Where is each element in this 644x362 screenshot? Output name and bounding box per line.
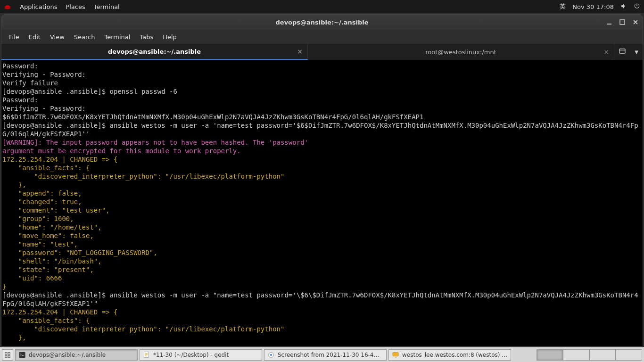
tab-label: root@westoslinux:/mnt [425,49,496,56]
terminal-line: "discovered_interpreter_python": "/usr/l… [2,325,642,333]
tab-close-icon[interactable]: × [297,48,303,55]
taskbar-entry-remote[interactable]: westos_lee.westos.com:8 (westos) … [388,349,511,361]
terminal-line: }, [2,333,642,342]
terminal-line: "move_home": false, [2,231,642,240]
terminal-line: Verify failure [2,79,642,87]
terminal-line: "name": "test", [2,240,642,248]
terminal-line: Verifying - Password: [2,70,642,79]
menu-terminal[interactable]: Terminal [99,32,135,42]
window-titlebar[interactable]: devops@ansible:~/.ansible [1,15,643,30]
close-button[interactable] [632,19,639,25]
menu-help[interactable]: Help [158,32,182,42]
terminal-line: Password: [2,62,642,70]
task-label: *11-30 (~/Desktop) - gedit [153,352,229,358]
workspace-3[interactable] [589,349,616,361]
terminal-line: [devops@ansible .ansible]$ ansible westo… [2,291,642,308]
svg-rect-7 [19,352,25,358]
terminal-line: "discovered_interpreter_python": "/usr/l… [2,172,642,181]
volume-icon[interactable] [620,3,627,11]
tab-label: devops@ansible:~/.ansible [108,48,201,55]
svg-rect-4 [8,352,10,354]
terminal-line: [devops@ansible .ansible]$ openssl passw… [2,87,642,96]
terminal-tab-1[interactable]: devops@ansible:~/.ansible × [1,44,308,60]
places-menu[interactable]: Places [66,3,85,10]
svg-rect-2 [619,49,625,53]
taskbar-entry-terminal[interactable]: devops@ansible:~/.ansible [15,349,138,361]
terminal-line: } [2,282,642,291]
terminal-line: "home": "/home/test", [2,223,642,231]
applications-menu[interactable]: Applications [20,3,57,10]
show-desktop-button[interactable] [2,349,13,361]
tab-dropdown-icon[interactable]: ▼ [635,49,638,55]
svg-rect-0 [607,24,611,25]
terminal-menu-indicator[interactable]: Terminal [94,3,120,10]
gnome-bottom-panel: devops@ansible:~/.ansible *11-30 (~/Desk… [0,347,644,362]
window-title: devops@ansible:~/.ansible [6,19,638,26]
terminal-line: argument must be encrypted for this modu… [2,147,642,155]
redhat-icon [4,3,11,10]
terminal-tab-2[interactable]: root@westoslinux:/mnt × [308,44,614,60]
svg-rect-1 [620,20,625,25]
power-icon[interactable] [634,3,640,11]
svg-rect-12 [395,357,396,357]
menu-file[interactable]: File [4,32,24,42]
image-viewer-icon [267,351,275,359]
terminal-line: "state": "present", [2,265,642,274]
terminal-line: }, [2,181,642,189]
terminal-line: "comment": "test user", [2,206,642,214]
terminal-line: "changed": true, [2,197,642,206]
terminal-line: [devops@ansible .ansible]$ ansible westo… [2,121,642,138]
terminal-line: "ansible_facts": { [2,316,642,325]
gnome-top-panel: Applications Places Terminal 英 Nov 30 17… [0,0,644,13]
svg-rect-6 [8,355,10,357]
remote-desktop-icon [392,351,399,359]
workspace-pager[interactable] [537,349,642,361]
taskbar-entry-gedit[interactable]: *11-30 (~/Desktop) - gedit [140,349,262,361]
menu-view[interactable]: View [45,32,69,42]
terminal-line: [WARNING]: The input password appears no… [2,138,642,147]
task-label: devops@ansible:~/.ansible [29,352,106,358]
terminal-line: 172.25.254.204 | CHANGED => { [2,308,642,316]
svg-rect-11 [393,352,398,356]
maximize-button[interactable] [619,19,626,25]
terminal-icon [18,351,26,359]
workspace-2[interactable] [563,349,589,361]
workspace-1[interactable] [537,349,563,361]
menu-search[interactable]: Search [69,32,100,42]
terminal-tabbar: devops@ansible:~/.ansible × root@westosl… [1,44,643,60]
menu-edit[interactable]: Edit [24,32,45,42]
taskbar-entry-screenshot[interactable]: Screenshot from 2021-11-30 16-4… [264,349,387,361]
tab-menu-icon[interactable] [619,48,626,57]
terminal-line: Password: [2,96,642,104]
terminal-output[interactable]: Password: Verifying - Password: Verify f… [1,60,643,346]
terminal-line: "group": 1000, [2,214,642,223]
terminal-line: "uid": 6666 [2,274,642,282]
terminal-menubar: File Edit View Search Terminal Tabs Help [1,30,643,44]
terminal-line: "append": false, [2,189,642,197]
terminal-line: $6$DifJmZTR.7w6DFOX$/K8xYETJhQtdnAtMmNXM… [2,113,642,121]
gedit-icon [143,351,150,359]
svg-point-10 [270,354,272,356]
minimize-button[interactable] [606,19,612,25]
ime-indicator[interactable]: 英 [560,2,566,11]
task-label: Screenshot from 2021-11-30 16-4… [278,352,380,358]
terminal-line: "shell": "/bin/bash", [2,257,642,265]
task-label: westos_lee.westos.com:8 (westos) … [402,352,507,358]
terminal-window: devops@ansible:~/.ansible File Edit View… [1,14,643,346]
svg-rect-5 [5,355,7,357]
tab-close-icon[interactable]: × [603,48,609,56]
menu-tabs[interactable]: Tabs [135,32,158,42]
terminal-line: Verifying - Password: [2,104,642,113]
clock[interactable]: Nov 30 17:08 [572,3,614,10]
svg-rect-3 [5,352,7,354]
workspace-4[interactable] [616,349,642,361]
terminal-line: 172.25.254.204 | CHANGED => { [2,155,642,164]
terminal-line: "password": "NOT_LOGGING_PASSWORD", [2,248,642,257]
terminal-line: "ansible_facts": { [2,164,642,172]
